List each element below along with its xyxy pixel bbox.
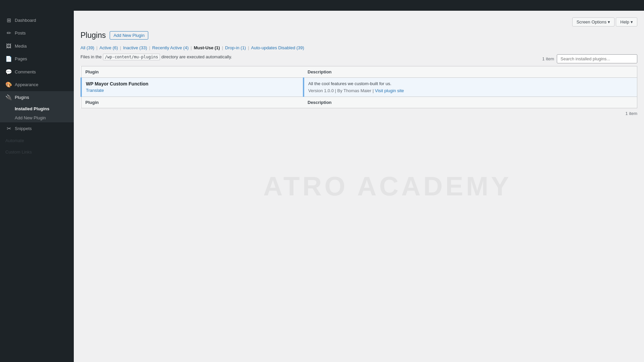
plugins-table: Plugin Description WP Mayor Custom Funct… [80,66,637,108]
search-input[interactable] [557,54,637,63]
watermark: ATRO ACADEMY [263,171,512,202]
add-new-plugin-button[interactable]: Add New Plugin [110,31,148,40]
top-actions: Screen Options ▾ Help ▾ [572,17,637,26]
sidebar-item-comments[interactable]: 💬 Comments [0,66,74,78]
mu-plugins-path: /wp-content/mu-plugins [103,54,160,60]
plugin-description-cell: All the cool features we custom-built fo… [304,78,637,97]
col-description: Description [304,66,637,78]
filter-bar: All (39) | Active (6) | Inactive (33) | … [80,45,637,50]
col-plugin-footer: Plugin [81,97,304,108]
sidebar-item-faded-1: Automate [0,135,74,146]
sidebar-item-plugins[interactable]: 🔌 Plugins [0,91,74,104]
sidebar-item-label: Pages [15,56,27,62]
col-description-footer: Description [304,97,637,108]
filter-auto-updates[interactable]: Auto-updates Disabled (39) [251,45,304,50]
sidebar-submenu-add-new-plugin[interactable]: Add New Plugin [0,113,74,122]
pages-icon: 📄 [5,55,12,63]
sidebar-item-label: Appearance [15,82,38,88]
plugins-icon: 🔌 [5,94,12,101]
comments-icon: 💬 [5,68,12,76]
admin-top-bar [0,0,644,11]
sidebar-item-label: Snippets [15,126,32,132]
items-count-top: 1 item [542,56,554,61]
col-plugin: Plugin [81,66,304,78]
sidebar-item-dashboard[interactable]: ⊞ Dashboard [0,14,74,27]
sidebar-item-appearance[interactable]: 🎨 Appearance [0,78,74,91]
items-count-bottom: 1 item [80,111,637,116]
visit-plugin-site-link[interactable]: Visit plugin site [375,88,404,93]
plugin-meta: Version 1.0.0 | By Thomas Maier | Visit … [308,88,633,93]
sidebar-item-label: Automate [5,138,24,144]
main-content: Screen Options ▾ Help ▾ Plugins Add New … [74,11,644,362]
help-arrow: ▾ [631,19,633,24]
filter-all[interactable]: All (39) [80,45,94,50]
media-icon: 🖼 [5,43,12,50]
snippets-icon: ✂ [5,125,12,132]
sidebar-item-label: Media [15,43,26,49]
filter-inactive[interactable]: Inactive (33) [123,45,147,50]
filter-active[interactable]: Active (6) [100,45,118,50]
sidebar-item-label: Comments [15,69,36,75]
filter-must-use[interactable]: Must-Use (1) [194,45,220,50]
posts-icon: ✏ [5,29,12,37]
plugin-description: All the cool features we custom-built fo… [308,81,633,86]
sidebar-item-faded-2: Custom Links [0,146,74,158]
sidebar-item-posts[interactable]: ✏ Posts [0,27,74,40]
help-label: Help [620,19,629,24]
dashboard-icon: ⊞ [5,17,12,24]
translate-link[interactable]: Translate [86,88,104,93]
plugin-info-cell: WP Mayor Custom Function Translate [81,78,304,97]
screen-options-arrow: ▾ [608,19,610,24]
help-button[interactable]: Help ▾ [616,17,637,26]
plugins-submenu: Installed Plugins Add New Plugin [0,104,74,122]
sidebar-item-label: Plugins [15,95,29,101]
sidebar-item-media[interactable]: 🖼 Media [0,40,74,53]
page-heading: Plugins Add New Plugin [80,31,637,40]
filter-recently-active[interactable]: Recently Active (4) [152,45,189,50]
screen-options-label: Screen Options [577,19,607,24]
table-row: WP Mayor Custom Function Translate All t… [81,78,637,97]
sidebar-item-pages[interactable]: 📄 Pages [0,53,74,65]
sidebar-submenu-installed-plugins[interactable]: Installed Plugins [0,104,74,113]
sidebar-item-label: Custom Links [5,149,32,155]
sidebar-item-label: Dashboard [15,17,36,23]
table-actions-row: Files in the /wp-content/mu-plugins dire… [80,54,637,63]
info-text: Files in the /wp-content/mu-plugins dire… [80,54,232,59]
plugin-actions: Translate [86,88,299,93]
sidebar: ⊞ Dashboard ✏ Posts 🖼 Media 📄 Pages 💬 Co… [0,11,74,362]
screen-options-button[interactable]: Screen Options ▾ [572,17,615,26]
appearance-icon: 🎨 [5,81,12,88]
sidebar-item-snippets[interactable]: ✂ Snippets [0,122,74,135]
plugin-name: WP Mayor Custom Function [86,81,299,86]
page-title: Plugins [80,31,106,40]
filter-drop-in[interactable]: Drop-in (1) [225,45,246,50]
sidebar-item-label: Posts [15,30,26,36]
